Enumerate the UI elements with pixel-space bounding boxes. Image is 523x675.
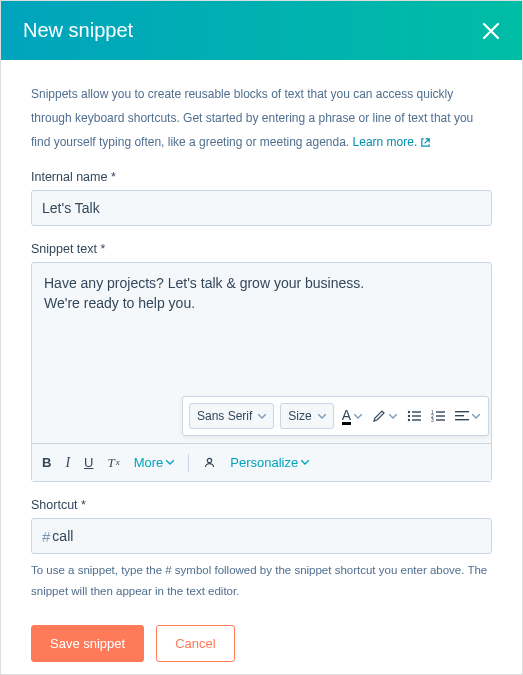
bold-button[interactable]: B [42, 456, 51, 469]
numbered-list-icon: 123 [431, 410, 445, 422]
close-button[interactable] [482, 22, 500, 40]
svg-point-4 [408, 419, 410, 421]
svg-rect-11 [436, 419, 445, 420]
snippet-editor: Have any projects? Let's talk & grow you… [31, 262, 492, 482]
chevron-down-icon [166, 460, 174, 465]
font-family-select[interactable]: Sans Serif [189, 403, 274, 429]
pencil-icon [372, 409, 386, 423]
svg-point-2 [408, 415, 410, 417]
chevron-down-icon [301, 460, 309, 465]
shortcut-input[interactable] [52, 519, 481, 553]
toolbar-divider [188, 454, 189, 472]
contact-token-icon [203, 456, 216, 469]
cancel-button[interactable]: Cancel [156, 625, 234, 662]
align-button[interactable] [453, 407, 482, 425]
shortcut-hint: To use a snippet, type the # symbol foll… [31, 560, 492, 601]
chevron-down-icon [389, 414, 397, 419]
chevron-down-icon [258, 414, 266, 419]
chevron-down-icon [472, 414, 480, 419]
italic-button[interactable]: I [65, 456, 70, 470]
svg-rect-9 [436, 415, 445, 416]
svg-rect-12 [455, 411, 469, 412]
svg-rect-5 [412, 419, 421, 420]
modal-title: New snippet [23, 19, 133, 42]
chevron-down-icon [318, 414, 326, 419]
internal-name-input[interactable] [31, 190, 492, 226]
numbered-list-button[interactable]: 123 [429, 407, 447, 425]
text-format-popover: Sans Serif Size A [182, 396, 489, 436]
personalize-token-icon[interactable] [203, 456, 216, 469]
editor-toolbar: B I U Tx More Personalize [32, 443, 491, 481]
highlight-button[interactable] [370, 406, 399, 426]
modal-footer: Save snippet Cancel [31, 625, 492, 662]
font-size-value: Size [288, 409, 311, 423]
font-family-value: Sans Serif [197, 409, 252, 423]
external-link-icon [420, 137, 431, 148]
svg-rect-13 [455, 415, 464, 416]
shortcut-field: # [31, 518, 492, 554]
svg-rect-14 [455, 419, 469, 420]
svg-rect-7 [436, 411, 445, 412]
shortcut-label: Shortcut * [31, 498, 492, 512]
font-color-letter: A [342, 408, 351, 425]
font-size-select[interactable]: Size [280, 403, 333, 429]
bullet-list-button[interactable] [405, 407, 423, 425]
shortcut-prefix: # [42, 528, 50, 545]
svg-rect-1 [412, 411, 421, 412]
chevron-down-icon [354, 414, 362, 419]
svg-rect-3 [412, 415, 421, 416]
svg-text:3: 3 [431, 417, 434, 422]
learn-more-link[interactable]: Learn more. [353, 130, 432, 154]
save-button[interactable]: Save snippet [31, 625, 144, 662]
clear-format-button[interactable]: Tx [107, 456, 119, 469]
more-button[interactable]: More [134, 455, 175, 470]
close-icon [482, 22, 500, 40]
font-color-button[interactable]: A [340, 405, 364, 428]
personalize-label: Personalize [230, 455, 298, 470]
internal-name-label: Internal name * [31, 170, 492, 184]
personalize-button[interactable]: Personalize [230, 455, 309, 470]
intro-text: Snippets allow you to create reusable bl… [31, 82, 492, 154]
snippet-modal: New snippet Snippets allow you to create… [1, 1, 522, 674]
modal-body: Snippets allow you to create reusable bl… [1, 60, 522, 674]
bullet-list-icon [407, 410, 421, 422]
more-label: More [134, 455, 164, 470]
svg-point-15 [208, 458, 212, 462]
align-left-icon [455, 410, 469, 422]
modal-header: New snippet [1, 1, 522, 60]
underline-button[interactable]: U [84, 456, 93, 469]
learn-more-label: Learn more. [353, 130, 418, 154]
snippet-text-label: Snippet text * [31, 242, 492, 256]
svg-point-0 [408, 411, 410, 413]
